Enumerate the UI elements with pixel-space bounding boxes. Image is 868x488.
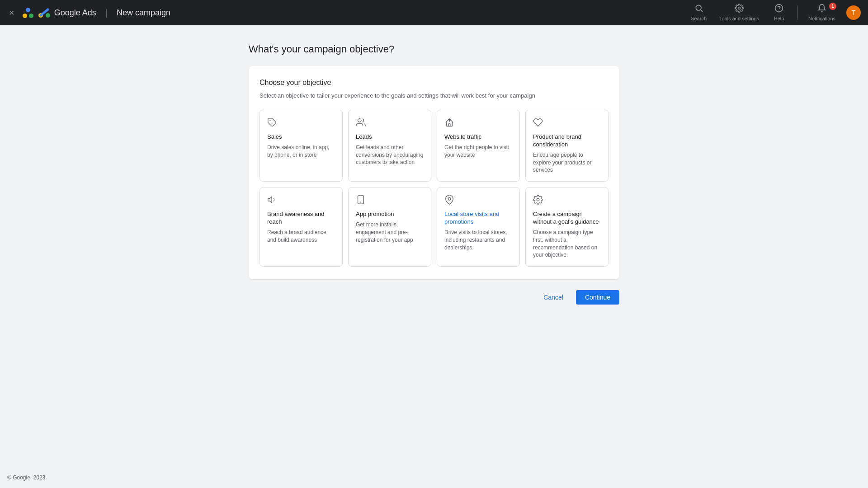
no-goal-icon <box>533 195 601 206</box>
brand-awareness-icon <box>267 195 335 206</box>
brand-awareness-desc: Reach a broad audience and build awarene… <box>267 229 335 244</box>
product-brand-icon <box>533 117 601 129</box>
cancel-button[interactable]: Cancel <box>536 290 571 305</box>
objective-app-promotion[interactable]: App promotion Get more installs, engagem… <box>348 187 431 267</box>
app-promotion-icon <box>356 195 424 206</box>
bell-svg-icon <box>817 4 826 13</box>
search-nav-button[interactable]: Search <box>685 2 712 23</box>
nav-campaign-title: New campaign <box>117 8 170 18</box>
notifications-icon <box>817 4 826 15</box>
card-subtitle: Select an objective to tailor your exper… <box>259 92 609 99</box>
search-nav-label: Search <box>691 16 707 22</box>
website-traffic-title: Website traffic <box>444 133 512 141</box>
search-svg-icon <box>694 4 703 13</box>
continue-button[interactable]: Continue <box>576 290 619 305</box>
google-ads-logo: Google Ads <box>22 6 96 19</box>
sales-icon <box>267 117 335 129</box>
svg-point-11 <box>358 119 361 122</box>
product-brand-title: Product and brand consideration <box>533 133 601 149</box>
top-navigation: × Google Ads | New campaign <box>0 0 868 25</box>
svg-point-1 <box>29 14 33 18</box>
objective-brand-awareness[interactable]: Brand awareness and reach Reach a broad … <box>259 187 343 267</box>
google-ads-logo-icon <box>22 6 34 19</box>
objective-local-store[interactable]: Local store visits and promotions Drive … <box>437 187 520 267</box>
svg-marker-12 <box>268 197 272 203</box>
leads-title: Leads <box>356 133 424 141</box>
notification-count-badge: 1 <box>829 3 836 10</box>
svg-point-0 <box>23 14 27 18</box>
no-goal-title: Create a campaign without a goal's guida… <box>533 211 601 226</box>
brand-awareness-title: Brand awareness and reach <box>267 211 335 226</box>
local-store-icon <box>444 195 512 206</box>
app-promotion-title: App promotion <box>356 211 424 218</box>
svg-point-16 <box>537 198 539 201</box>
logo-text: Google Ads <box>54 8 96 18</box>
local-store-title: Local store visits and promotions <box>444 211 512 226</box>
app-promotion-desc: Get more installs, engagement and pre-re… <box>356 221 424 244</box>
close-button[interactable]: × <box>7 6 16 19</box>
help-icon <box>774 4 783 15</box>
objective-website-traffic[interactable]: Website traffic Get the right people to … <box>437 110 520 182</box>
svg-line-7 <box>700 10 703 12</box>
main-content: What's your campaign objective? Choose y… <box>0 25 868 323</box>
website-traffic-icon <box>444 117 512 129</box>
no-goal-desc: Choose a campaign type first, without a … <box>533 229 601 259</box>
notifications-nav-label: Notifications <box>808 16 835 22</box>
objective-leads[interactable]: Leads Get leads and other conversions by… <box>348 110 431 182</box>
leads-desc: Get leads and other conversions by encou… <box>356 144 424 166</box>
nav-divider-line <box>797 5 797 20</box>
svg-point-15 <box>448 198 451 201</box>
tools-nav-label: Tools and settings <box>719 16 759 22</box>
page-title: What's your campaign objective? <box>249 43 619 55</box>
svg-point-6 <box>696 5 701 10</box>
sales-desc: Drive sales online, in app, by phone, or… <box>267 144 335 159</box>
objective-sales[interactable]: Sales Drive sales online, in app, by pho… <box>259 110 343 182</box>
footer-text: © Google, 2023. <box>7 474 47 481</box>
actions-row: Cancel Continue <box>249 290 619 305</box>
objective-no-goal[interactable]: Create a campaign without a goal's guida… <box>525 187 609 267</box>
tools-svg-icon <box>735 4 744 13</box>
objective-card-container: Choose your objective Select an objectiv… <box>249 66 619 279</box>
svg-point-2 <box>25 7 31 13</box>
website-traffic-desc: Get the right people to visit your websi… <box>444 144 512 159</box>
search-icon <box>694 4 703 15</box>
notifications-nav-button[interactable]: 1 Notifications <box>803 2 841 23</box>
leads-icon <box>356 117 424 129</box>
svg-point-5 <box>46 13 50 18</box>
tools-settings-nav-button[interactable]: Tools and settings <box>714 2 764 23</box>
user-avatar[interactable]: T <box>846 5 861 20</box>
help-nav-label: Help <box>774 16 784 22</box>
product-brand-desc: Encourage people to explore your product… <box>533 151 601 174</box>
footer: © Google, 2023. <box>7 474 47 481</box>
google-ads-logo-mark <box>38 6 51 19</box>
tools-icon <box>735 4 744 15</box>
local-store-desc: Drive visits to local stores, including … <box>444 229 512 251</box>
card-title: Choose your objective <box>259 79 609 87</box>
help-svg-icon <box>774 4 783 13</box>
objectives-grid: Sales Drive sales online, in app, by pho… <box>259 110 609 267</box>
sales-title: Sales <box>267 133 335 141</box>
objective-product-brand[interactable]: Product and brand consideration Encourag… <box>525 110 609 182</box>
nav-divider: | <box>105 8 108 18</box>
help-nav-button[interactable]: Help <box>766 2 792 23</box>
